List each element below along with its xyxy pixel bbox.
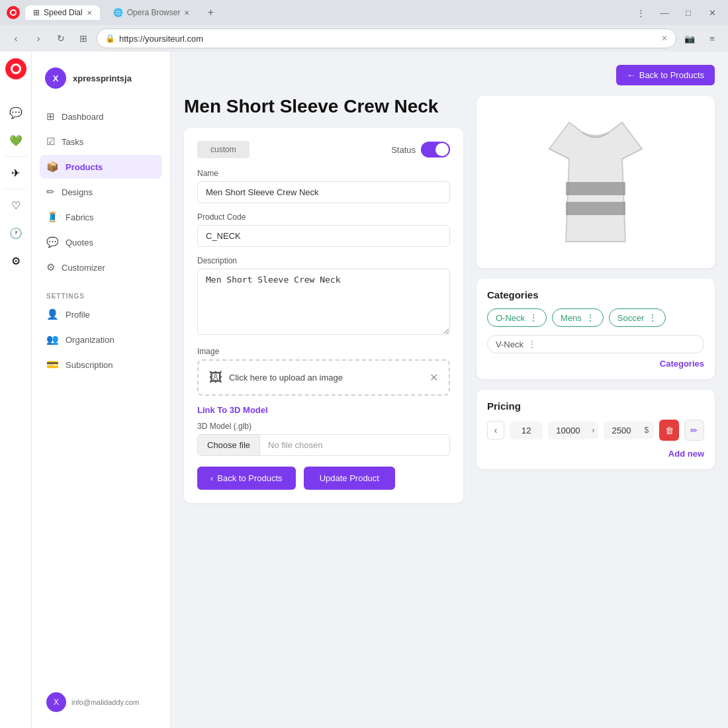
back-nav-button[interactable]: ‹ — [7, 29, 25, 48]
sidebar-icon-divider2 — [3, 189, 28, 189]
pricing-currency: $ — [639, 422, 654, 439]
image-label: Image — [197, 347, 450, 356]
pricing-min-qty: 12 — [510, 422, 543, 439]
bottom-avatar: X — [46, 692, 66, 712]
back-to-products-button[interactable]: ‹ Back to Products — [197, 467, 296, 490]
maximize-icon[interactable]: □ — [679, 3, 698, 22]
pricing-max-chevron[interactable]: › — [588, 422, 598, 439]
new-tab-button[interactable]: + — [203, 5, 218, 21]
link-3d-model[interactable]: Link To 3D Model — [197, 405, 450, 415]
nav-item-products[interactable]: 📦 Products — [40, 155, 162, 179]
designs-icon: ✏ — [46, 186, 55, 198]
sidebar-icon-messages[interactable]: 💬 — [4, 101, 28, 124]
sidebar-icon-send[interactable]: ✈ — [4, 161, 28, 185]
pricing-prev-button[interactable]: ‹ — [487, 421, 504, 439]
description-field-group: Description Men Short Sleeve Crew Neck — [197, 256, 450, 338]
pricing-delete-button[interactable]: 🗑 — [659, 420, 679, 441]
tasks-icon: ☑ — [46, 136, 55, 148]
svg-rect-0 — [566, 182, 625, 195]
pending-tag-label: V-Neck — [496, 340, 523, 349]
nav-item-customizer[interactable]: ⚙ Customizer — [40, 255, 162, 279]
pricing-row: ‹ 12 10000 › 2500 $ 🗑 ✏ — [487, 420, 704, 441]
category-tag-mens-menu[interactable]: ⋮ — [586, 312, 595, 323]
nav-item-quotes[interactable]: 💬 Quotes — [40, 230, 162, 254]
upload-text: Click here to upload an image — [229, 373, 423, 383]
name-label: Name — [197, 169, 450, 178]
pricing-amount-group: 2500 $ — [604, 422, 654, 439]
update-product-button[interactable]: Update Product — [304, 467, 395, 490]
pricing-edit-button[interactable]: ✏ — [684, 420, 704, 441]
nav-item-dashboard[interactable]: ⊞ Dashboard — [40, 105, 162, 128]
sidebar-icon-gear[interactable]: ⚙ — [4, 249, 28, 273]
nav-sidebar: X xpressprintsja ⊞ Dashboard ☑ Tasks 📦 P… — [32, 52, 171, 728]
category-tag-oneck-menu[interactable]: ⋮ — [529, 312, 538, 323]
description-label: Description — [197, 256, 450, 265]
minimize-icon[interactable]: — — [655, 3, 674, 22]
category-tag-soccer-menu[interactable]: ⋮ — [648, 312, 657, 323]
screenshot-icon[interactable]: 📷 — [680, 29, 699, 48]
back-to-products-top-button[interactable]: ← Back to Products — [616, 65, 715, 85]
forward-nav-button[interactable]: › — [29, 29, 48, 48]
product-tshirt-image — [529, 109, 662, 255]
category-tag-oneck[interactable]: O-Neck ⋮ — [487, 308, 547, 327]
product-image-card — [477, 96, 715, 268]
tab-close-2[interactable]: ✕ — [184, 9, 189, 17]
status-toggle[interactable] — [421, 142, 450, 158]
subscription-icon: 💳 — [46, 359, 59, 371]
category-tag-mens[interactable]: Mens ⋮ — [552, 308, 604, 327]
custom-tab[interactable]: custom — [197, 141, 250, 158]
add-new-pricing-link[interactable]: Add new — [487, 449, 704, 459]
pricing-card: Pricing ‹ 12 10000 › 2500 $ 🗑 ✏ — [477, 390, 715, 469]
main-content: ← Back to Products Men Short Sleeve Crew… — [171, 52, 728, 728]
image-upload-area[interactable]: 🖼 Click here to upload an image ✕ — [197, 359, 450, 396]
custom-status-row: custom Status — [197, 141, 450, 158]
nav-item-subscription[interactable]: 💳 Subscription — [40, 353, 162, 377]
name-input[interactable] — [197, 181, 450, 203]
code-field-group: Product Code — [197, 212, 450, 247]
dashboard-icon: ⊞ — [46, 111, 55, 122]
status-row: Status — [391, 142, 450, 158]
pricing-max-qty: 10000 — [548, 422, 588, 439]
pending-tag-menu[interactable]: ⋮ — [527, 339, 537, 349]
username: xpressprintsja — [73, 73, 132, 83]
toggle-circle — [435, 143, 449, 156]
refresh-button[interactable]: ↻ — [52, 29, 70, 48]
top-bar: ← Back to Products — [184, 65, 715, 85]
tab-opera-browser[interactable]: 🌐 Opera Browser ✕ — [105, 5, 198, 20]
nav-item-designs[interactable]: ✏ Designs — [40, 180, 162, 204]
categories-link[interactable]: Categories — [487, 359, 704, 369]
opera-logo — [5, 58, 26, 79]
page-title: Men Short Sleeve Crew Neck — [184, 96, 463, 117]
menu-icon[interactable]: ⋮ — [631, 3, 650, 22]
clear-url-icon[interactable]: ✕ — [661, 34, 668, 43]
nav-item-tasks[interactable]: ☑ Tasks — [40, 130, 162, 154]
sidebar-icon-clock[interactable]: 🕐 — [4, 221, 28, 245]
settings-browser-icon[interactable]: ≡ — [703, 29, 721, 48]
nav-item-profile[interactable]: 👤 Profile — [40, 302, 162, 326]
name-field-group: Name — [197, 169, 450, 203]
pricing-max-qty-group: 10000 › — [548, 422, 598, 439]
choose-file-button[interactable]: Choose file — [198, 435, 260, 455]
sidebar-icon-whatsapp[interactable]: 💚 — [4, 128, 28, 152]
svg-rect-1 — [566, 202, 625, 215]
nav-item-organization[interactable]: 👥 Organization — [40, 328, 162, 351]
code-input[interactable] — [197, 225, 450, 247]
address-bar[interactable]: 🔒 https://yoursiteurl.com ✕ — [97, 28, 676, 48]
category-add-tag[interactable]: V-Neck ⋮ — [487, 335, 704, 353]
quotes-icon: 💬 — [46, 236, 59, 248]
grid-button[interactable]: ⊞ — [74, 29, 93, 48]
icon-sidebar: 💬 💚 ✈ ♡ 🕐 ⚙ — [0, 52, 32, 728]
close-browser-icon[interactable]: ✕ — [703, 3, 721, 22]
nav-item-fabrics[interactable]: 🧵 Fabrics — [40, 205, 162, 229]
sidebar-icon-heart[interactable]: ♡ — [4, 193, 28, 217]
category-tags: O-Neck ⋮ Mens ⋮ Soccer ⋮ — [487, 308, 704, 327]
model-label: 3D Model (.glb) — [197, 422, 450, 431]
category-tag-soccer[interactable]: Soccer ⋮ — [609, 308, 666, 327]
right-panel: Categories O-Neck ⋮ Mens ⋮ Soccer ⋮ — [477, 96, 715, 503]
customizer-icon: ⚙ — [46, 261, 55, 273]
upload-clear-icon[interactable]: ✕ — [430, 371, 438, 384]
tab-close-1[interactable]: ✕ — [87, 9, 92, 17]
browser-titlebar: ⊞ Speed Dial ✕ 🌐 Opera Browser ✕ + ⋮ — □… — [0, 0, 728, 25]
tab-speed-dial[interactable]: ⊞ Speed Dial ✕ — [25, 5, 100, 20]
description-textarea[interactable]: Men Short Sleeve Crew Neck — [197, 269, 450, 335]
